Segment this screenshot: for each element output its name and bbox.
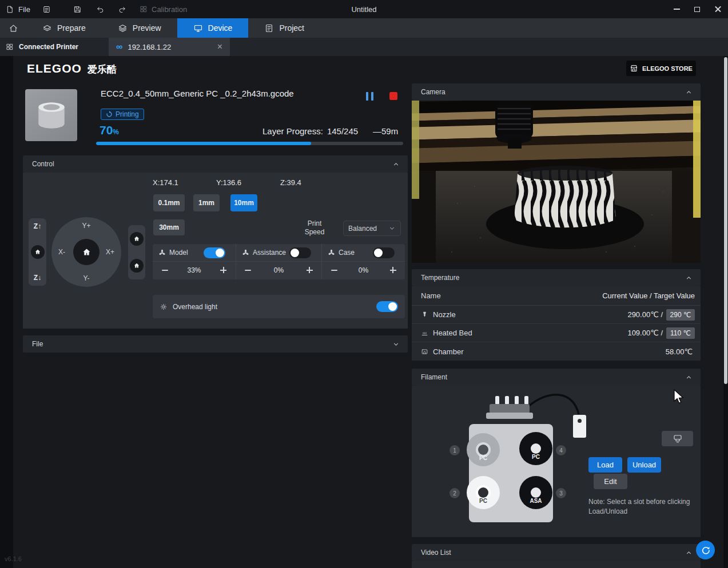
camera-panel-title: Camera	[421, 88, 445, 96]
file-panel-header[interactable]: File	[23, 335, 408, 353]
camera-panel-header[interactable]: Camera	[412, 83, 701, 101]
assistance-fan-value: 0%	[260, 266, 297, 274]
time-remaining: —59m	[373, 126, 398, 136]
step-1mm-button[interactable]: 1mm	[193, 194, 220, 211]
home-button[interactable]	[0, 18, 26, 38]
assistance-fan-toggle[interactable]	[289, 247, 311, 258]
model-thumbnail	[25, 89, 77, 141]
stop-button[interactable]	[386, 89, 401, 103]
chamber-icon	[421, 348, 428, 355]
chevron-up-icon[interactable]	[685, 89, 693, 96]
unload-button[interactable]: Unload	[627, 457, 661, 473]
xy-home-button[interactable]	[73, 239, 100, 265]
spool-hole	[478, 487, 488, 498]
close-button[interactable]	[707, 0, 728, 18]
gcode-filename: ECC2_0.4_50mm_Generic PC _0.2_2h43m.gcod…	[101, 89, 294, 98]
case-fan-plus-button[interactable]	[381, 262, 405, 278]
jog-x-minus[interactable]: X-	[58, 248, 65, 256]
video-list-panel-header[interactable]: Video List	[412, 544, 701, 561]
temperature-panel-header[interactable]: Temperature	[412, 269, 701, 286]
step-0.1mm-button[interactable]: 0.1mm	[153, 194, 185, 211]
store-icon	[630, 64, 638, 73]
edit-button[interactable]: Edit	[594, 474, 627, 489]
control-panel-header[interactable]: Control	[23, 155, 408, 173]
tab-device[interactable]: Device	[177, 18, 249, 38]
slot-3-material: ASA	[519, 498, 552, 504]
nozzle-target-input[interactable]	[666, 309, 695, 321]
filament-slot-4[interactable]: PC	[519, 432, 552, 465]
titlebar: File Calibration Untitled	[0, 0, 728, 18]
scrollbar-thumb[interactable]	[724, 57, 727, 384]
printer-link-icon: ∞	[116, 42, 122, 51]
video-list-panel-body	[412, 561, 701, 568]
overhead-light-toggle[interactable]	[376, 301, 398, 312]
model-fan-plus-button[interactable]	[212, 262, 236, 278]
chevron-up-icon[interactable]	[685, 274, 693, 282]
jog-x-plus[interactable]: X+	[106, 248, 114, 256]
table-row: Chamber 58.00℃	[412, 342, 701, 361]
stop-icon	[389, 92, 397, 100]
nozzle-label: Nozzle	[433, 310, 456, 319]
pause-button[interactable]	[362, 89, 377, 103]
progress-percent: 70%	[100, 123, 119, 137]
assistance-fan-minus-button[interactable]	[236, 262, 260, 278]
filament-sync-button[interactable]	[662, 431, 693, 446]
external-spool-unit	[573, 415, 586, 438]
temperature-table: Name Current Value / Target Value Nozzle…	[412, 286, 701, 361]
jog-y-plus[interactable]: Y+	[51, 222, 121, 230]
filament-slot-1[interactable]: PC	[467, 433, 500, 466]
load-button[interactable]: Load	[588, 457, 622, 473]
z-home-button[interactable]	[31, 245, 45, 259]
slot-number-badge[interactable]: 2	[449, 488, 460, 498]
heated-bed-label: Heated Bed	[433, 329, 472, 337]
position-x: X:174.1	[153, 178, 178, 187]
step-30mm-button[interactable]: 30mm	[153, 219, 185, 235]
minimize-button[interactable]	[666, 0, 687, 18]
chevron-up-icon[interactable]	[392, 161, 400, 168]
minus-icon	[245, 270, 251, 271]
tab-project[interactable]: Project	[248, 18, 320, 38]
case-fan-column: Case 0%	[321, 244, 405, 279]
case-fan-minus-button[interactable]	[322, 262, 346, 278]
printer-tab[interactable]: ∞ 192.168.1.22 ×	[109, 38, 230, 56]
chevron-up-icon[interactable]	[685, 374, 693, 381]
tab-prepare[interactable]: Prepare	[26, 18, 102, 38]
minus-icon	[331, 270, 337, 271]
print-speed-select[interactable]: Balanced	[343, 221, 401, 236]
jog-y-minus[interactable]: Y-	[51, 274, 121, 282]
home-all-button[interactable]	[130, 232, 144, 246]
filament-slot-3[interactable]: ASA	[519, 476, 552, 509]
fan-icon	[242, 249, 249, 257]
chevron-down-icon[interactable]	[392, 341, 400, 348]
step-10mm-button[interactable]: 10mm	[230, 194, 257, 211]
filament-panel-header[interactable]: Filament	[412, 369, 701, 386]
model-fan-toggle[interactable]	[204, 247, 225, 258]
fan-icon	[158, 249, 166, 257]
assistance-fan-plus-button[interactable]	[297, 262, 321, 278]
chevron-up-icon[interactable]	[685, 549, 693, 557]
slot-number-badge[interactable]: 3	[556, 488, 566, 498]
case-fan-label: Case	[339, 249, 355, 257]
slot-number-badge[interactable]: 1	[449, 445, 460, 455]
slot-2-material: PC	[467, 498, 500, 504]
maximize-button[interactable]	[687, 0, 707, 18]
scrollbar-track	[723, 56, 728, 568]
version-label: v6.1.6	[5, 555, 22, 562]
home-xy-button[interactable]	[130, 259, 144, 273]
video-list-panel-title: Video List	[421, 549, 451, 557]
elegoo-store-button[interactable]: ELEGOO STORE	[626, 61, 696, 76]
model-fan-minus-button[interactable]	[153, 262, 177, 278]
tab-close-icon[interactable]: ×	[217, 42, 222, 51]
progress-bar	[96, 142, 403, 145]
print-speed-label: Print Speed	[301, 219, 328, 237]
tab-preview[interactable]: Preview	[102, 18, 177, 38]
refresh-button[interactable]	[696, 541, 715, 559]
case-fan-toggle[interactable]	[373, 247, 395, 258]
value-column-header: Current Value / Target Value	[602, 291, 695, 300]
slot-number-badge[interactable]: 4	[556, 445, 566, 455]
z-up-button[interactable]: Z↑	[34, 222, 41, 230]
z-down-button[interactable]: Z↓	[34, 274, 41, 282]
project-icon	[264, 23, 274, 33]
filament-slot-2[interactable]: PC	[467, 476, 500, 509]
heated-bed-target-input[interactable]	[666, 327, 695, 339]
